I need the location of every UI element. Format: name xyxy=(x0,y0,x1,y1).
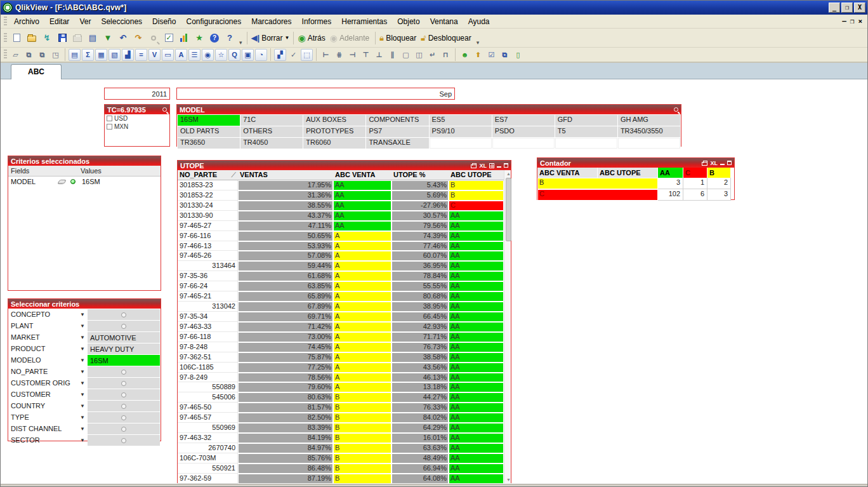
cell-abc-utope[interactable]: AA xyxy=(449,271,504,281)
column-header-abc-utope[interactable]: ABC UTOPE xyxy=(449,170,504,180)
cell-abc-utope[interactable]: AA xyxy=(449,221,504,231)
cell-abc-utope[interactable]: AA xyxy=(449,443,504,453)
cell-abc-venta[interactable]: B xyxy=(333,433,391,443)
cell-abc-venta[interactable]: A xyxy=(333,382,391,392)
chevron-down-icon[interactable]: ▼ xyxy=(77,366,88,377)
menu-herramientas[interactable]: Herramientas xyxy=(336,15,392,28)
toolbar-overflow-icon[interactable]: ▾ xyxy=(475,39,482,46)
currency-option-mxn[interactable]: MXN xyxy=(105,123,169,131)
print-button[interactable] xyxy=(70,31,84,45)
cell-abc-utope[interactable]: AA xyxy=(449,342,504,352)
model-item-transaxle[interactable]: TRANSAXLE xyxy=(366,138,428,149)
column-header-utope-[interactable]: UTOPE % xyxy=(391,170,449,180)
cell-ventas[interactable]: 38.55% xyxy=(238,201,333,211)
cell-abc-utope[interactable]: AA xyxy=(449,453,504,464)
cell-utope-pct[interactable]: 13.18% xyxy=(391,382,449,392)
cell-abc-venta[interactable]: A xyxy=(333,363,391,373)
chevron-down-icon[interactable]: ▼ xyxy=(77,321,88,331)
chevron-down-icon[interactable]: ▼ xyxy=(77,309,88,320)
cell-abc-utope[interactable]: AA xyxy=(449,433,504,443)
cell-utope-pct[interactable]: 38.58% xyxy=(391,352,449,363)
cell-no-parte[interactable]: 313042 xyxy=(178,302,238,312)
create-container-button[interactable]: ▭ xyxy=(162,49,174,61)
model-item-ps7[interactable]: PS7 xyxy=(366,126,428,137)
paste-sheet-button[interactable]: ▱ xyxy=(10,49,22,61)
chevron-down-icon[interactable]: ▼ xyxy=(77,344,88,354)
menu-selecciones[interactable]: Selecciones xyxy=(96,15,147,28)
cell-no-parte[interactable]: 97-465-50 xyxy=(178,403,238,413)
create-table-button[interactable]: ▦ xyxy=(95,49,107,61)
cell-no-parte[interactable]: 106C-703M xyxy=(178,453,238,464)
column-header-ventas[interactable]: VENTAS xyxy=(238,170,333,180)
create-pivot-button[interactable]: ▧ xyxy=(109,49,121,61)
cell-abc-utope[interactable]: AA xyxy=(449,241,504,251)
contador-value[interactable]: 3 xyxy=(658,178,683,189)
cell-abc-venta[interactable]: A xyxy=(333,231,391,241)
cell-abc-venta[interactable]: A xyxy=(333,281,391,291)
criteria-value[interactable] xyxy=(88,366,160,377)
cell-abc-venta[interactable]: A xyxy=(333,261,391,271)
cell-ventas[interactable]: 85.76% xyxy=(238,453,333,464)
cell-utope-pct[interactable]: 66.94% xyxy=(391,464,449,474)
cell-ventas[interactable]: 65.89% xyxy=(238,291,333,302)
context-help-button[interactable]: ? xyxy=(223,31,237,45)
cell-no-parte[interactable]: 106C-1185 xyxy=(178,363,238,373)
cell-abc-venta[interactable]: B xyxy=(333,403,391,413)
cell-ventas[interactable]: 80.63% xyxy=(238,392,333,403)
create-search-object-button[interactable]: Q xyxy=(228,49,240,61)
mdi-minimize-button[interactable]: – xyxy=(842,17,846,25)
model-item-tr3450-3550[interactable]: TR3450/3550 xyxy=(618,126,680,137)
menu-ver[interactable]: Ver xyxy=(74,15,96,28)
criteria-value[interactable] xyxy=(88,412,160,423)
align-left-button[interactable]: ⊢ xyxy=(320,49,332,61)
utope-caption[interactable]: UTOPE XL xyxy=(178,161,511,170)
contador-value[interactable]: 2 xyxy=(707,178,731,189)
search-icon[interactable] xyxy=(162,107,167,112)
export-excel-icon[interactable]: XL xyxy=(710,160,718,166)
cell-abc-venta[interactable]: B xyxy=(333,453,391,464)
create-textobject-button[interactable]: A xyxy=(175,49,187,61)
clear-selections-button[interactable]: ◀| Borrar ▼ xyxy=(251,31,291,45)
cell-abc-venta[interactable]: A xyxy=(333,312,391,322)
edit-module-button[interactable]: ☑ xyxy=(485,49,497,61)
back-button[interactable]: ◉ Atrás xyxy=(297,31,327,45)
create-bookmark-object-button[interactable]: ☆ xyxy=(215,49,227,61)
menu-diseño[interactable]: Diseño xyxy=(147,15,181,28)
model-item-tr3650[interactable]: TR3650 xyxy=(178,138,240,149)
cell-abc-utope[interactable]: AA xyxy=(449,474,504,484)
menu-objeto[interactable]: Objeto xyxy=(392,15,424,28)
create-current-selections-button[interactable]: ▣ xyxy=(242,49,254,61)
cell-no-parte[interactable]: 97-465-27 xyxy=(178,221,238,231)
space-vertical-button[interactable]: ▢ xyxy=(400,49,412,61)
mdi-close-button[interactable]: × xyxy=(858,17,862,25)
lock-button[interactable]: 🔒︎ Bloquear xyxy=(379,31,419,45)
cell-abc-utope[interactable]: AA xyxy=(449,423,504,433)
cell-no-parte[interactable]: 97-362-51 xyxy=(178,352,238,363)
cell-utope-pct[interactable]: 74.39% xyxy=(391,231,449,241)
create-slider-button[interactable]: ☰ xyxy=(188,49,201,61)
help-button[interactable]: ? xyxy=(207,31,221,45)
cell-utope-pct[interactable]: 64.29% xyxy=(391,423,449,433)
cell-utope-pct[interactable]: 76.33% xyxy=(391,403,449,413)
cell-abc-utope[interactable]: AA xyxy=(449,291,504,302)
cell-ventas[interactable]: 67.89% xyxy=(238,302,333,312)
cell-utope-pct[interactable]: 44.27% xyxy=(391,392,449,403)
contador-caption[interactable]: Contador XL xyxy=(537,158,734,168)
utope-scrollbar[interactable]: ▲ ▼ xyxy=(504,170,511,483)
cell-abc-utope[interactable]: AA xyxy=(449,392,504,403)
cell-ventas[interactable]: 63.85% xyxy=(238,281,333,291)
cell-abc-venta[interactable]: AA xyxy=(333,211,391,221)
cell-abc-venta[interactable]: A xyxy=(333,332,391,342)
cell-ventas[interactable]: 61.68% xyxy=(238,271,333,281)
new-document-button[interactable] xyxy=(10,31,23,45)
cell-utope-pct[interactable]: 55.55% xyxy=(391,281,449,291)
contador-value[interactable]: 6 xyxy=(683,189,707,201)
cell-utope-pct[interactable]: 38.95% xyxy=(391,302,449,312)
cell-utope-pct[interactable]: 43.56% xyxy=(391,363,449,373)
cell-utope-pct[interactable]: 30.57% xyxy=(391,211,449,221)
cell-no-parte[interactable]: 550921 xyxy=(178,464,238,474)
model-item-tr4050[interactable]: TR4050 xyxy=(240,138,303,149)
cell-ventas[interactable]: 84.19% xyxy=(238,433,333,443)
minimize-object-icon[interactable] xyxy=(720,161,725,165)
cell-abc-venta[interactable]: A xyxy=(333,302,391,312)
